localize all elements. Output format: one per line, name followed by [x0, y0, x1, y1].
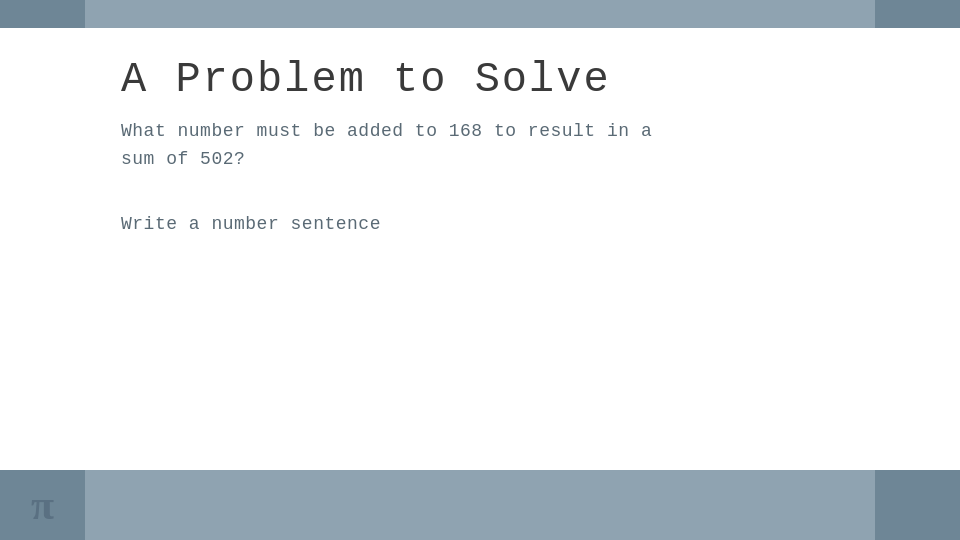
- problem-text: What number must be added to 168 to resu…: [121, 118, 839, 174]
- write-sentence-prompt: Write a number sentence: [121, 214, 839, 234]
- top-decorative-bar: [0, 0, 960, 28]
- bottom-decorative-bar: π: [0, 470, 960, 540]
- slide-title: A Problem to Solve: [121, 56, 839, 104]
- slide: A Problem to Solve What number must be a…: [0, 0, 960, 540]
- problem-line2: sum of 502?: [121, 149, 245, 169]
- bottom-bar-right-accent: [875, 470, 960, 540]
- problem-line1: What number must be added to 168 to resu…: [121, 121, 652, 141]
- content-area: A Problem to Solve What number must be a…: [85, 28, 875, 470]
- top-bar-left-accent: [0, 0, 85, 28]
- top-bar-right-accent: [875, 0, 960, 28]
- bottom-bar-left-accent: π: [0, 470, 85, 540]
- pi-icon: π: [31, 484, 54, 526]
